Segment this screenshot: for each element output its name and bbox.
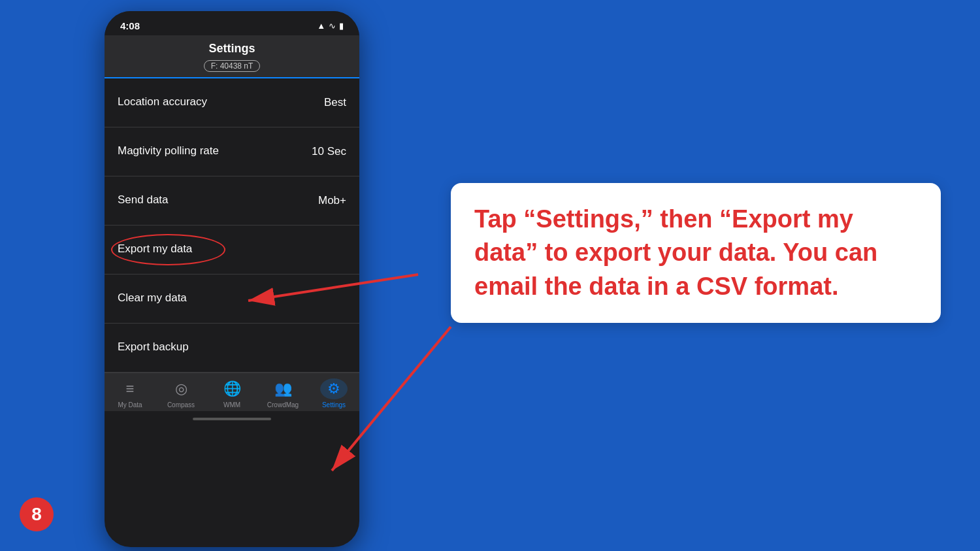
export-backup-label: Export backup [118, 340, 189, 354]
my-data-icon: ≡ [126, 380, 135, 397]
wmm-label: WMM [223, 401, 240, 409]
badge-number: 8 [20, 497, 54, 531]
tab-my-data[interactable]: ≡ My Data [105, 378, 155, 409]
home-indicator [105, 411, 359, 427]
polling-rate-value: 10 Sec [312, 145, 346, 158]
crowdmag-icon: 👥 [274, 380, 292, 397]
callout-text: Tap “Settings,” then “Export my data” to… [474, 203, 917, 303]
settings-row-location-accuracy[interactable]: Location accuracy Best [105, 78, 359, 127]
status-time: 4:08 [120, 20, 140, 31]
settings-row-export-backup[interactable]: Export backup [105, 324, 359, 373]
location-accuracy-value: Best [324, 96, 346, 109]
tab-wmm[interactable]: 🌐 WMM [206, 378, 257, 409]
settings-row-polling-rate[interactable]: Magtivity polling rate 10 Sec [105, 127, 359, 176]
tab-settings[interactable]: ⚙ Settings [308, 378, 359, 409]
location-accuracy-label: Location accuracy [118, 95, 207, 109]
settings-list: Location accuracy Best Magtivity polling… [105, 78, 359, 373]
settings-row-export-my-data[interactable]: Export my data [105, 225, 359, 275]
send-data-label: Send data [118, 193, 169, 207]
tab-bar: ≡ My Data ◎ Compass 🌐 WMM 👥 CrowdMag ⚙ [105, 373, 359, 411]
phone-frame: 4:08 ▲ ∿ ▮ Settings F: 40438 nT Location… [105, 11, 359, 547]
my-data-label: My Data [118, 401, 142, 409]
settings-label: Settings [322, 401, 346, 409]
compass-icon: ◎ [175, 380, 188, 397]
clear-my-data-label: Clear my data [118, 291, 187, 305]
callout-box: Tap “Settings,” then “Export my data” to… [451, 183, 941, 323]
tab-crowdmag[interactable]: 👥 CrowdMag [257, 378, 308, 409]
signal-icon: ▲ [317, 21, 325, 31]
status-icons: ▲ ∿ ▮ [317, 21, 344, 31]
settings-row-send-data[interactable]: Send data Mob+ [105, 176, 359, 225]
settings-row-clear-data[interactable]: Clear my data [105, 275, 359, 324]
crowdmag-label: CrowdMag [267, 401, 299, 409]
compass-label: Compass [167, 401, 195, 409]
status-bar: 4:08 ▲ ∿ ▮ [105, 11, 359, 35]
app-header-title: Settings [105, 42, 359, 59]
wifi-icon: ∿ [329, 21, 336, 31]
wmm-icon: 🌐 [223, 380, 241, 397]
send-data-value: Mob+ [318, 194, 346, 207]
tab-compass[interactable]: ◎ Compass [155, 378, 206, 409]
settings-icon: ⚙ [327, 380, 340, 397]
home-bar [193, 418, 271, 420]
battery-icon: ▮ [339, 21, 344, 31]
app-header-subtitle: F: 40438 nT [204, 60, 261, 72]
polling-rate-label: Magtivity polling rate [118, 144, 219, 158]
export-my-data-highlight [111, 234, 225, 265]
app-header: Settings F: 40438 nT [105, 35, 359, 78]
